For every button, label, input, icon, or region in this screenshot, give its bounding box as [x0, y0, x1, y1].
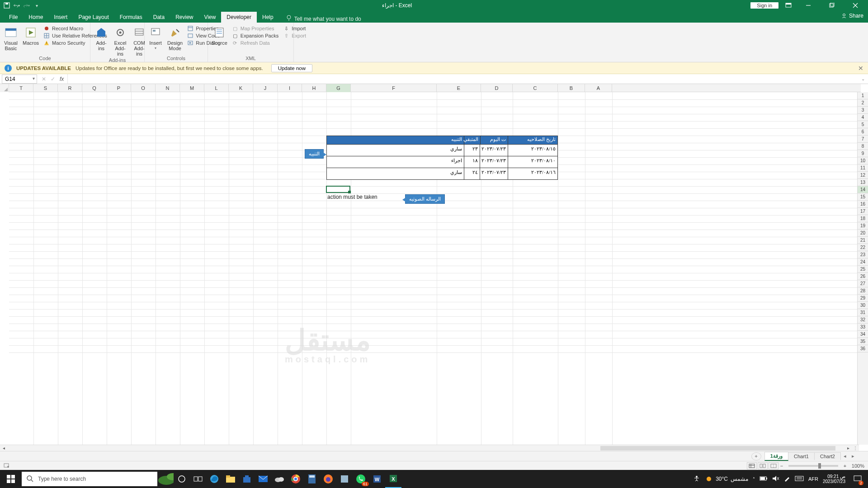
column-header-T[interactable]: T	[9, 84, 33, 92]
action-center-icon[interactable]: 2	[850, 470, 865, 488]
row-header-36[interactable]: 36	[858, 345, 868, 352]
visual-basic-button[interactable]: Visual Basic	[4, 24, 18, 51]
row-header-27[interactable]: 27	[858, 280, 868, 287]
sheet-tab-chart1[interactable]: Chart1	[788, 452, 815, 460]
column-header-A[interactable]: A	[585, 84, 612, 92]
volume-mute-icon[interactable]	[772, 475, 779, 483]
macros-button[interactable]: Macros	[23, 24, 39, 51]
news-widget-icon[interactable]	[157, 472, 174, 486]
row-header-4[interactable]: 4	[858, 114, 868, 121]
pen-icon[interactable]	[784, 475, 790, 483]
calculator-icon[interactable]	[304, 470, 320, 488]
undo-icon[interactable]: ▾	[14, 2, 20, 9]
row-header-26[interactable]: 26	[858, 273, 868, 280]
source-button[interactable]: Source	[212, 24, 227, 46]
active-cell[interactable]	[326, 186, 350, 193]
tray-chevron-icon[interactable]: ˄	[753, 477, 755, 482]
minimize-button[interactable]	[798, 0, 818, 11]
cloud-icon[interactable]	[271, 470, 288, 488]
enter-formula-icon[interactable]: ✓	[51, 76, 55, 82]
row-header-20[interactable]: 20	[858, 230, 868, 237]
row-header-25[interactable]: 25	[858, 266, 868, 273]
row-header-23[interactable]: 23	[858, 251, 868, 258]
tab-insert[interactable]: Insert	[48, 12, 73, 23]
message-bar-close-icon[interactable]: ✕	[858, 65, 863, 72]
excel-icon[interactable]: X	[385, 470, 401, 488]
firefox-icon[interactable]	[320, 470, 336, 488]
addins-button[interactable]: Add- ins	[94, 24, 108, 56]
zoom-in-icon[interactable]: +	[842, 463, 848, 469]
row-header-32[interactable]: 32	[858, 316, 868, 324]
row-header-31[interactable]: 31	[858, 309, 868, 316]
row-header-21[interactable]: 21	[858, 237, 868, 244]
column-header-P[interactable]: P	[107, 84, 131, 92]
formula-input[interactable]	[67, 74, 858, 84]
row-header-2[interactable]: 2	[858, 99, 868, 107]
mail-icon[interactable]	[255, 470, 271, 488]
insert-control-button[interactable]: Insert ▾	[148, 24, 163, 51]
column-header-G[interactable]: G	[326, 84, 351, 92]
column-header-M[interactable]: M	[180, 84, 204, 92]
expand-formula-bar-icon[interactable]: ⌄	[858, 76, 868, 81]
new-sheet-button[interactable]: ＋	[751, 452, 761, 460]
row-header-30[interactable]: 30	[858, 302, 868, 309]
start-button[interactable]	[0, 470, 22, 488]
tab-formulas[interactable]: Formulas	[114, 12, 148, 23]
close-button[interactable]	[845, 0, 865, 11]
tab-help[interactable]: Help	[257, 12, 279, 23]
row-header-7[interactable]: 7	[858, 136, 868, 143]
zoom-slider[interactable]	[788, 465, 838, 467]
sheet-tab-chart2[interactable]: Chart2	[814, 452, 841, 460]
column-header-I[interactable]: I	[278, 84, 302, 92]
accessibility-icon[interactable]	[693, 475, 700, 483]
column-header-B[interactable]: B	[558, 84, 585, 92]
column-header-H[interactable]: H	[302, 84, 326, 92]
column-header-R[interactable]: R	[58, 84, 82, 92]
row-header-24[interactable]: 24	[858, 258, 868, 266]
row-header-10[interactable]: 10	[858, 157, 868, 164]
row-header-5[interactable]: 5	[858, 121, 868, 128]
column-header-D[interactable]: D	[481, 84, 513, 92]
zoom-level[interactable]: 100%	[852, 463, 864, 469]
sign-in-button[interactable]: Sign in	[750, 2, 778, 9]
row-header-12[interactable]: 12	[858, 172, 868, 179]
callout-alert[interactable]: التنبيه	[305, 149, 324, 159]
insert-function-icon[interactable]: fx	[60, 76, 64, 82]
language-indicator[interactable]: AFR	[808, 476, 818, 482]
row-header-8[interactable]: 8	[858, 143, 868, 150]
row-header-11[interactable]: 11	[858, 164, 868, 172]
edge-icon[interactable]	[206, 470, 222, 488]
tab-file[interactable]: File	[4, 12, 23, 23]
sheet-nav-prev-icon[interactable]: ◂	[841, 453, 849, 459]
cells-area[interactable]: تاريخ الصلاحيه ت اليوم . المتبقي التنبيه…	[9, 92, 857, 445]
tab-page-layout[interactable]: Page Layout	[73, 12, 114, 23]
save-icon[interactable]	[4, 2, 10, 9]
row-headers[interactable]: 1234567891011121314151617181920212223242…	[857, 92, 868, 445]
column-header-S[interactable]: S	[33, 84, 58, 92]
row-header-19[interactable]: 19	[858, 222, 868, 230]
column-header-Q[interactable]: Q	[82, 84, 107, 92]
cancel-formula-icon[interactable]: ✕	[42, 76, 46, 82]
column-header-O[interactable]: O	[131, 84, 156, 92]
column-header-J[interactable]: J	[253, 84, 278, 92]
row-header-34[interactable]: 34	[858, 331, 868, 338]
column-header-C[interactable]: C	[513, 84, 558, 92]
tab-home[interactable]: Home	[23, 12, 48, 23]
sheet-nav-next-icon[interactable]: ▸	[849, 453, 857, 459]
row-header-35[interactable]: 35	[858, 338, 868, 345]
file-explorer-icon[interactable]	[222, 470, 239, 488]
tab-data[interactable]: Data	[148, 12, 170, 23]
design-mode-button[interactable]: Design Mode	[167, 24, 183, 51]
weather-widget[interactable]: 30°C مشمس	[705, 475, 748, 483]
redo-icon[interactable]: ▾	[24, 2, 30, 9]
ms-store-icon[interactable]	[239, 470, 255, 488]
row-header-29[interactable]: 29	[858, 295, 868, 302]
app-icon-1[interactable]	[336, 470, 353, 488]
tab-view[interactable]: View	[199, 12, 222, 23]
sheet-tab-active[interactable]: ورقة1	[764, 452, 788, 461]
battery-icon[interactable]	[760, 476, 768, 483]
worksheet-grid[interactable]: TSRQPONMLKJIHGFEDCBA 1234567891011121314…	[0, 84, 868, 451]
column-header-K[interactable]: K	[229, 84, 253, 92]
row-header-14[interactable]: 14	[858, 186, 868, 193]
row-header-17[interactable]: 17	[858, 208, 868, 215]
